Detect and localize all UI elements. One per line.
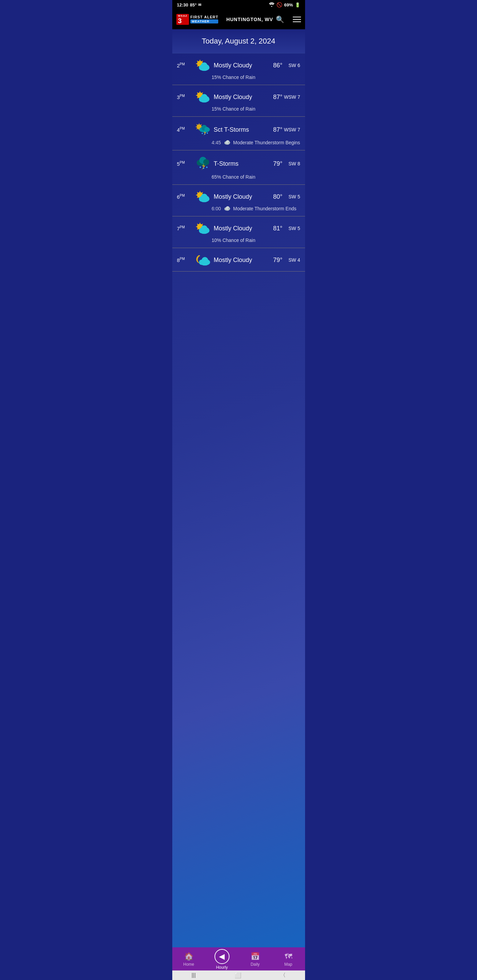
weather-sub: 10% Chance of Rain (177, 235, 300, 243)
weather-row: 3PM Mostly Cloudy 87° WSW 7 15% Ch (172, 85, 305, 117)
svg-point-72 (228, 207, 230, 210)
system-nav: ||| ⬜ 〈 (172, 970, 305, 980)
svg-point-39 (204, 127, 209, 131)
condition-description: Mostly Cloudy (212, 193, 265, 200)
temperature: 80° (265, 193, 282, 200)
condition-description: Mostly Cloudy (212, 94, 265, 101)
hour-label: 3PM (177, 94, 193, 100)
nav-item-daily[interactable]: 📅 Daily (243, 952, 267, 967)
weather-icon (193, 190, 212, 203)
wind-speed: SW 5 (282, 226, 300, 231)
weather-main-row: 6PM Mostly Cloudy 80° SW 5 (177, 190, 300, 203)
hourly-icon: ◀ (214, 949, 230, 964)
sys-nav-home[interactable]: ⬜ (235, 972, 241, 978)
status-left: 12:30 85° ✉ (177, 2, 201, 8)
alert-text: Moderate Thunderstorm Begins (233, 140, 300, 145)
main-content: 2PM Mostly Cloudy 86° SW 6 15% Cha (172, 53, 305, 966)
weather-row: 8PM Mostly Cloudy 79° SW 4 (172, 248, 305, 272)
logo-box: WSAZ 3 (176, 14, 189, 25)
hour-label: 5PM (177, 161, 193, 167)
condition-description: Mostly Cloudy (212, 62, 265, 69)
svg-line-22 (197, 97, 198, 98)
weather-main-row: 3PM Mostly Cloudy 87° WSW 7 (177, 91, 300, 103)
nav-label: Home (183, 962, 194, 967)
chance-of-rain: 15% Chance of Rain (212, 75, 255, 80)
weather-row: 4PM Sct T-Storms 87° WSW (172, 117, 305, 150)
logo-first-alert: FIRST ALERT (190, 15, 218, 19)
svg-point-13 (204, 65, 209, 69)
condition-description: Sct T-Storms (212, 126, 265, 134)
svg-point-54 (206, 166, 207, 168)
svg-line-64 (197, 197, 198, 198)
wind-speed: SW 6 (282, 63, 300, 68)
chance-of-rain: 15% Chance of Rain (212, 106, 255, 111)
weather-sub: 65% Chance of Rain (177, 172, 300, 180)
hour-label: 8PM (177, 257, 193, 263)
weather-icon (193, 122, 212, 137)
svg-line-8 (201, 61, 203, 62)
alert-text: Moderate Thunderstorm Ends (233, 206, 297, 211)
sys-nav-back[interactable]: 〈 (280, 972, 286, 979)
battery-icon: 🔋 (295, 2, 300, 8)
weather-main-row: 8PM Mostly Cloudy 79° SW 4 (177, 253, 300, 266)
alert-time: 4:45 (212, 140, 221, 145)
svg-point-0 (271, 6, 272, 7)
temperature: 79° (265, 160, 282, 167)
sys-nav-recent[interactable]: ||| (191, 972, 195, 978)
hourly-scroll-area: 2PM Mostly Cloudy 86° SW 6 15% Cha (172, 53, 305, 305)
weather-sub: 15% Chance of Rain (177, 103, 300, 111)
condition-description: T-Storms (212, 160, 265, 167)
svg-point-85 (204, 228, 209, 232)
svg-line-32 (196, 124, 197, 125)
svg-line-63 (201, 192, 203, 193)
search-icon[interactable]: 🔍 (276, 15, 285, 24)
wind-speed: SW 4 (282, 257, 300, 263)
location-text: HUNTINGTON, WV (227, 17, 273, 22)
status-bar: 12:30 85° ✉ 🚫 69% 🔋 (172, 0, 305, 10)
wind-speed: SW 5 (282, 194, 300, 199)
chance-of-rain: 65% Chance of Rain (212, 174, 255, 180)
weather-alert-sub: 4:45 Moderate Thunderstorm Begins (177, 137, 300, 145)
hour-label: 2PM (177, 62, 193, 68)
weather-icon (193, 91, 212, 103)
temperature: 86° (265, 62, 282, 69)
dnd-icon: 🚫 (276, 2, 282, 8)
condition-description: Mostly Cloudy (212, 225, 265, 232)
date-text: Today, August 2, 2024 (201, 37, 275, 45)
nav-label: Daily (250, 962, 260, 967)
battery-pct: 69% (284, 2, 293, 8)
temperature: 81° (265, 225, 282, 232)
weather-icon (193, 253, 212, 266)
wind-speed: SW 8 (282, 161, 300, 166)
hamburger-menu[interactable] (293, 17, 301, 22)
temperature: 79° (265, 256, 282, 264)
svg-point-51 (203, 159, 209, 165)
svg-line-81 (197, 228, 198, 229)
svg-point-47 (228, 141, 230, 143)
svg-point-89 (204, 259, 209, 264)
nav-item-map[interactable]: 🗺 Map (276, 952, 300, 967)
status-right: 🚫 69% 🔋 (269, 2, 300, 8)
bottom-nav: 🏠 Home ◀ Hourly 📅 Daily 🗺 Map (172, 947, 305, 970)
svg-line-35 (196, 129, 197, 129)
wifi-icon (269, 2, 275, 8)
weather-row: 7PM Mostly Cloudy 81° SW 5 10% Cha (172, 216, 305, 248)
temperature: 87° (265, 94, 282, 101)
hour-label: 4PM (177, 127, 193, 133)
app-logo: WSAZ 3 FIRST ALERT WEATHER (176, 14, 219, 25)
svg-point-42 (207, 132, 208, 134)
logo-weather: WEATHER (190, 19, 218, 24)
alert-time: 6:00 (212, 206, 221, 211)
svg-line-9 (197, 65, 198, 66)
nav-item-home[interactable]: 🏠 Home (177, 952, 201, 967)
svg-point-40 (201, 133, 203, 134)
weather-icon (193, 222, 212, 235)
svg-point-52 (199, 166, 201, 168)
svg-line-80 (201, 224, 203, 225)
logo-num: 3 (178, 18, 188, 24)
weather-main-row: 7PM Mostly Cloudy 81° SW 5 (177, 222, 300, 235)
svg-line-34 (201, 124, 201, 125)
nav-item-hourly[interactable]: ◀ Hourly (210, 949, 234, 970)
hour-label: 6PM (177, 194, 193, 200)
svg-point-68 (204, 196, 209, 200)
